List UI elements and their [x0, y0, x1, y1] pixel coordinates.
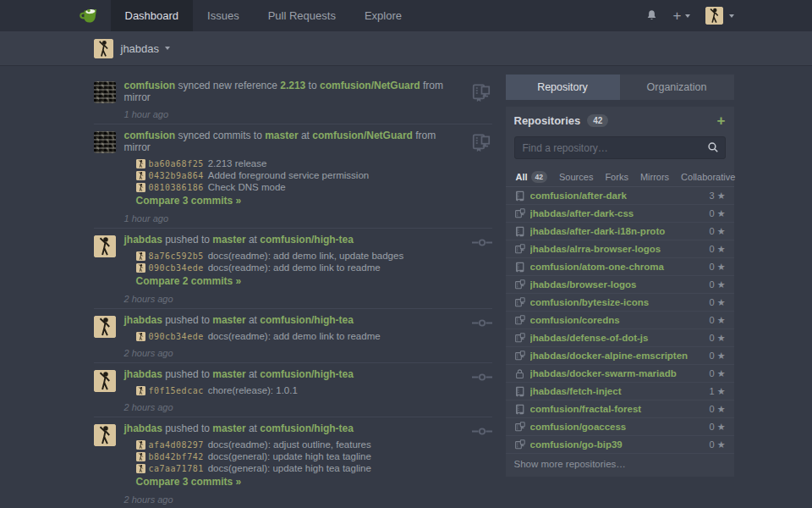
repo-filter-mirrors[interactable]: Mirrors	[640, 172, 669, 182]
show-more-repositories-link[interactable]: Show more repositories…	[506, 454, 734, 475]
feed-link[interactable]: master	[212, 422, 245, 434]
repository-link[interactable]: comfusion/fractal-forest	[530, 404, 710, 414]
compare-commits-link-text[interactable]: Compare 3 commits »	[136, 195, 242, 207]
compare-commits-link[interactable]: Compare 3 commits »	[136, 476, 464, 489]
compare-commits-link-text[interactable]: Compare 3 commits »	[136, 476, 242, 488]
feed-link[interactable]: jhabdas	[124, 368, 162, 380]
feed-link[interactable]: comfusion	[124, 80, 176, 91]
feed-text: pushed to	[162, 422, 212, 434]
committer-avatar	[136, 171, 145, 180]
feed-link[interactable]: jhabdas	[124, 422, 162, 434]
commit-sha-link[interactable]: ba60a68f25	[149, 159, 204, 168]
commit-message: docs(general): update high tea tagline	[208, 463, 371, 473]
search-icon[interactable]	[707, 141, 719, 153]
repository-row: comfusion/bytesize-icons0★	[506, 294, 734, 312]
star-count-value: 0	[710, 404, 715, 414]
notifications-bell-icon[interactable]	[645, 9, 658, 22]
add-repository-button[interactable]: +	[717, 113, 726, 128]
repository-link[interactable]: comfusion/goaccess	[530, 422, 710, 432]
feed-link[interactable]: comfusion/high-tea	[260, 422, 354, 434]
feed-link[interactable]: 2.213	[280, 80, 305, 91]
feed-link[interactable]: comfusion	[124, 130, 176, 141]
tab-organization[interactable]: Organization	[620, 75, 734, 100]
compare-commits-link-text[interactable]: Compare 2 commits »	[136, 275, 242, 287]
commit-sha-link[interactable]: 0432b9a864	[149, 171, 204, 180]
feed-link[interactable]: jhabdas	[124, 234, 162, 246]
nav-item-dashboard[interactable]: Dashboard	[111, 0, 194, 31]
repository-link[interactable]: comfusion/go-bip39	[530, 439, 710, 450]
git-commit-icon	[464, 314, 492, 358]
gitea-logo-icon[interactable]	[79, 6, 101, 26]
compare-commits-link[interactable]: Compare 3 commits »	[136, 195, 464, 207]
nav-item-explore[interactable]: Explore	[350, 0, 416, 31]
repo-fork-icon	[514, 315, 525, 326]
commit-message: docs(readme): add demo link to readme	[208, 331, 381, 341]
feed-item-title: comfusion synced commits to master at co…	[124, 130, 464, 153]
feed-text: at	[246, 234, 261, 246]
feed-text: pushed to	[162, 368, 212, 380]
repo-filter-collaborative[interactable]: Collaborative	[681, 172, 735, 182]
feed-link[interactable]: master	[212, 234, 245, 246]
feed-link[interactable]: comfusion/high-tea	[260, 368, 354, 380]
feed-link[interactable]: comfusion/high-tea	[260, 234, 354, 246]
user-menu[interactable]	[705, 7, 734, 25]
repo-fork-icon	[514, 422, 525, 433]
repository-link[interactable]: jhabdas/defense-of-dot-js	[530, 333, 710, 343]
feed-link[interactable]: comfusion/high-tea	[260, 314, 354, 326]
commit-sha-link[interactable]: 8a76c592b5	[149, 251, 204, 261]
repo-filter-forks[interactable]: Forks	[605, 172, 628, 182]
context-user-switcher[interactable]: jhabdas	[121, 42, 171, 55]
commit-message: docs(readme): adjust outline, features	[208, 439, 371, 450]
committer-avatar	[136, 332, 145, 341]
committer-avatar	[136, 251, 145, 261]
feed-link[interactable]: comfusion/NetGuard	[312, 130, 413, 141]
feed-link[interactable]: master	[265, 130, 298, 141]
commit-sha-link[interactable]: ca7aa71781	[149, 464, 204, 473]
repo-filter-sources[interactable]: Sources	[559, 172, 593, 182]
repo-fork-icon	[514, 244, 525, 255]
feed-link[interactable]: comfusion/NetGuard	[320, 80, 420, 91]
repo-lock-icon	[514, 368, 525, 379]
feed-link[interactable]: jhabdas	[124, 314, 162, 326]
tab-repository[interactable]: Repository	[506, 75, 620, 100]
feed-link[interactable]: master	[212, 314, 245, 326]
repository-link[interactable]: jhabdas/fetch-inject	[530, 386, 710, 396]
repository-link[interactable]: comfusion/atom-one-chroma	[530, 262, 710, 272]
repository-row: jhabdas/after-dark-i18n-proto0★	[506, 223, 734, 240]
feed-link[interactable]: master	[212, 368, 245, 380]
repository-link[interactable]: jhabdas/alrra-browser-logos	[530, 244, 710, 254]
nav-item-issues[interactable]: Issues	[193, 0, 254, 31]
repository-link[interactable]: jhabdas/after-dark-css	[530, 208, 710, 218]
create-new-button[interactable]: +	[673, 8, 690, 23]
nav-item-pull-requests[interactable]: Pull Requests	[254, 0, 350, 31]
repo-fork-icon	[514, 279, 525, 290]
commit-sha-link[interactable]: f0f15edcac	[149, 386, 204, 395]
dashboard-sidebar: Repository Organization Repositories 42 …	[506, 75, 734, 477]
commit-sha-link[interactable]: 090cb34ede	[149, 263, 204, 273]
repository-star-count: 0★	[710, 439, 726, 450]
repo-fork-icon	[514, 439, 525, 450]
repository-link[interactable]: comfusion/after-dark	[530, 190, 710, 201]
commit-sha-link[interactable]: 090cb34ede	[149, 332, 204, 341]
repository-link[interactable]: jhabdas/browser-logos	[530, 279, 710, 290]
compare-commits-link[interactable]: Compare 2 commits »	[136, 275, 464, 288]
repository-link[interactable]: jhabdas/after-dark-i18n-proto	[530, 226, 710, 236]
context-user-avatar[interactable]	[94, 39, 113, 58]
repo-filter-label: Collaborative	[681, 172, 735, 182]
committer-avatar	[136, 440, 145, 450]
mirror-icon	[464, 80, 492, 119]
commit-sha-link[interactable]: afa4d08297	[149, 440, 204, 450]
repository-link[interactable]: jhabdas/docker-alpine-emscripten	[530, 351, 710, 361]
repository-filters: All42SourcesForksMirrorsCollaborative	[506, 167, 734, 187]
feed-item-body: jhabdas pushed to master at comfusion/hi…	[116, 422, 464, 505]
repo-filter-all[interactable]: All42	[516, 171, 548, 183]
commit-sha-link[interactable]: 0810386186	[149, 183, 204, 192]
repository-search-input[interactable]	[514, 136, 726, 159]
repository-star-count: 0★	[710, 422, 726, 433]
commit-sha-link[interactable]: b8d42bf742	[149, 452, 204, 461]
repository-link[interactable]: comfusion/bytesize-icons	[530, 297, 710, 307]
repository-star-count: 3★	[710, 190, 726, 202]
repository-link[interactable]: jhabdas/docker-swarm-mariadb	[530, 368, 710, 378]
repository-link[interactable]: comfusion/coredns	[530, 315, 710, 325]
repository-star-count: 1★	[710, 386, 726, 397]
